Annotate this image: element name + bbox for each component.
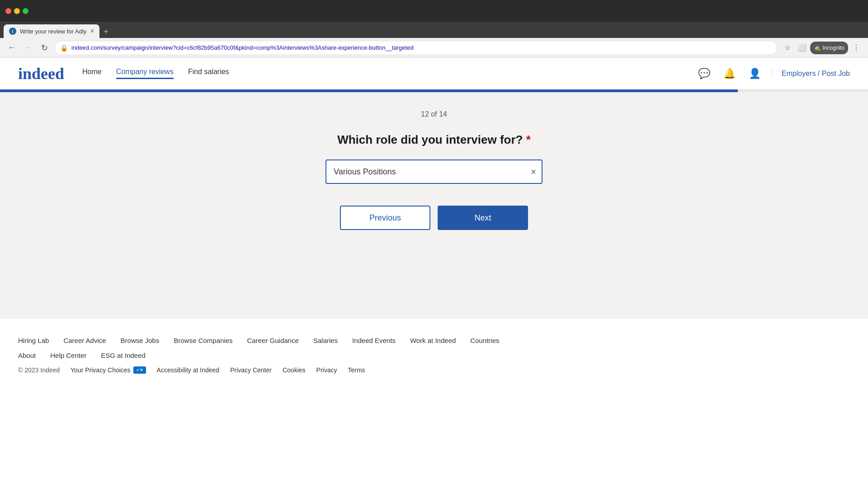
footer-link-indeed-events[interactable]: Indeed Events	[352, 337, 396, 344]
header-left: indeed Home Company reviews Find salarie…	[18, 64, 229, 83]
footer-link-terms[interactable]: Terms	[348, 366, 365, 374]
clear-input-button[interactable]: ×	[531, 167, 536, 177]
footer-links-secondary: About Help Center ESG at Indeed	[18, 352, 850, 359]
tab-close-button[interactable]: ×	[90, 28, 94, 35]
copyright-text: © 2023 Indeed	[18, 366, 60, 374]
site-footer: Hiring Lab Career Advice Browse Jobs Bro…	[0, 318, 868, 385]
account-button[interactable]: 👤	[747, 66, 763, 82]
profile-button[interactable]: ⬜	[796, 42, 808, 54]
footer-link-privacy-center[interactable]: Privacy Center	[230, 366, 272, 374]
privacy-choices-link[interactable]: Your Privacy Choices ✓✕	[71, 366, 146, 374]
nav-company-reviews[interactable]: Company reviews	[116, 68, 174, 79]
nav-home[interactable]: Home	[82, 68, 102, 79]
tab-title-text: Write your review for Adly	[20, 28, 86, 35]
toolbar-actions: ☆ ⬜ 🕵 Incognito ⋮	[781, 42, 863, 54]
address-text: indeed.com/survey/campaign/interview?cid…	[71, 44, 772, 51]
privacy-choices-label: Your Privacy Choices	[71, 366, 131, 374]
footer-link-privacy[interactable]: Privacy	[316, 366, 337, 374]
back-button[interactable]: ←	[5, 42, 18, 54]
nav-find-salaries[interactable]: Find salaries	[188, 68, 229, 79]
incognito-badge: 🕵 Incognito	[810, 42, 848, 54]
footer-link-browse-jobs[interactable]: Browse Jobs	[121, 337, 160, 344]
tab-favicon: i	[9, 28, 16, 35]
notifications-button[interactable]: 🔔	[722, 66, 738, 82]
privacy-choices-icon: ✓✕	[133, 366, 146, 374]
next-button[interactable]: Next	[438, 206, 528, 230]
footer-link-work-at-indeed[interactable]: Work at Indeed	[410, 337, 456, 344]
maximize-window-button[interactable]	[23, 8, 28, 14]
footer-link-cookies[interactable]: Cookies	[283, 366, 306, 374]
footer-link-countries[interactable]: Countries	[470, 337, 499, 344]
window-controls	[5, 8, 28, 14]
page-content: indeed Home Company reviews Find salarie…	[0, 58, 868, 488]
required-indicator: *	[526, 133, 531, 146]
footer-link-career-advice[interactable]: Career Advice	[63, 337, 106, 344]
refresh-button[interactable]: ↻	[38, 42, 51, 54]
bookmark-button[interactable]: ☆	[781, 42, 794, 54]
address-bar[interactable]: 🔒 indeed.com/survey/campaign/interview?c…	[54, 41, 778, 55]
header-right: 💬 🔔 👤 Employers / Post Job	[696, 66, 850, 82]
role-input[interactable]	[326, 160, 542, 184]
site-header: indeed Home Company reviews Find salarie…	[0, 58, 868, 89]
favicon-letter: i	[12, 29, 14, 34]
forward-button[interactable]: →	[22, 42, 34, 54]
tab-bar: i Write your review for Adly × +	[0, 22, 868, 38]
new-tab-button[interactable]: +	[99, 25, 112, 38]
step-counter: 12 of 14	[421, 110, 447, 118]
security-lock-icon: 🔒	[60, 44, 68, 52]
role-input-wrapper: ×	[326, 160, 542, 184]
browser-toolbar: ← → ↻ 🔒 indeed.com/survey/campaign/inter…	[0, 38, 868, 58]
previous-button[interactable]: Previous	[340, 206, 430, 230]
main-nav: Home Company reviews Find salaries	[82, 68, 229, 79]
step-current: 12	[421, 110, 429, 118]
nav-buttons: Previous Next	[340, 206, 528, 230]
browser-title-bar	[0, 0, 868, 22]
footer-link-help-center[interactable]: Help Center	[50, 352, 86, 359]
step-total: 14	[439, 110, 447, 118]
footer-bottom: © 2023 Indeed Your Privacy Choices ✓✕ Ac…	[18, 366, 850, 374]
footer-links-primary: Hiring Lab Career Advice Browse Jobs Bro…	[18, 337, 850, 344]
step-label: of	[431, 110, 437, 118]
question-title: Which role did you interview for? *	[337, 133, 531, 147]
footer-link-salaries[interactable]: Salaries	[313, 337, 338, 344]
footer-link-esg[interactable]: ESG at Indeed	[101, 352, 145, 359]
minimize-window-button[interactable]	[14, 8, 20, 14]
footer-link-browse-companies[interactable]: Browse Companies	[174, 337, 232, 344]
footer-link-accessibility[interactable]: Accessibility at Indeed	[157, 366, 220, 374]
indeed-logo[interactable]: indeed	[18, 64, 64, 83]
close-window-button[interactable]	[5, 8, 11, 14]
footer-link-hiring-lab[interactable]: Hiring Lab	[18, 337, 49, 344]
menu-button[interactable]: ⋮	[850, 42, 863, 54]
active-tab[interactable]: i Write your review for Adly ×	[4, 24, 99, 38]
messages-button[interactable]: 💬	[696, 66, 712, 82]
survey-main: 12 of 14 Which role did you interview fo…	[0, 92, 868, 318]
footer-link-about[interactable]: About	[18, 352, 36, 359]
employers-post-job-link[interactable]: Employers / Post Job	[772, 70, 850, 78]
footer-link-career-guidance[interactable]: Career Guidance	[247, 337, 299, 344]
